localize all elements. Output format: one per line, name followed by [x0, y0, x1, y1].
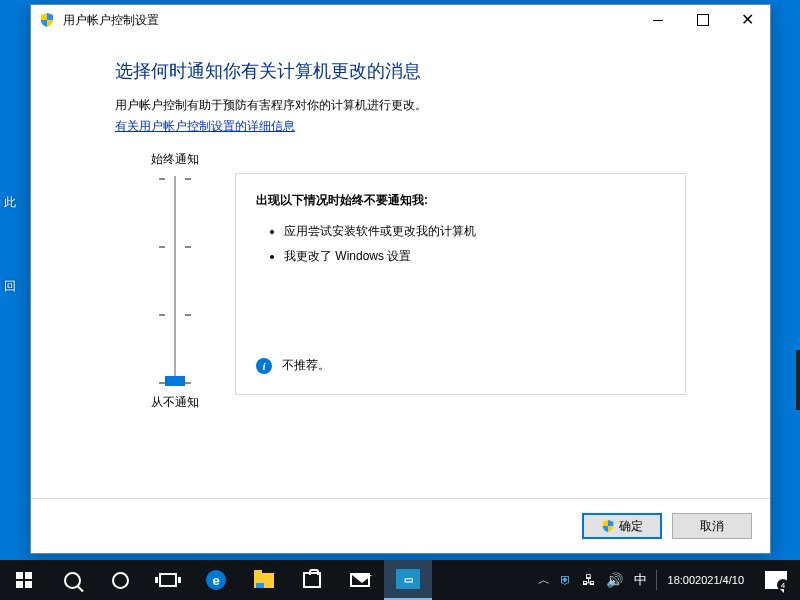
window-controls: ✕ [635, 5, 770, 35]
help-link[interactable]: 有关用户帐户控制设置的详细信息 [115, 118, 295, 135]
recommendation-row: i 不推荐。 [256, 357, 330, 374]
right-edge-handle [796, 350, 800, 410]
mail-icon [350, 573, 370, 587]
slider-row: 始终通知 从不通知 出现以下情况时始终不要通知我: 应用尝试安装 [115, 151, 686, 411]
clock-time: 18:00 [668, 573, 696, 587]
search-button[interactable] [48, 560, 96, 600]
page-description: 用户帐户控制有助于预防有害程序对你的计算机进行更改。 [115, 97, 686, 114]
minimize-button[interactable] [635, 5, 680, 35]
close-button[interactable]: ✕ [725, 5, 770, 35]
windows-icon [16, 572, 32, 588]
slider-label-top: 始终通知 [151, 151, 199, 168]
panel-bullet: 应用尝试安装软件或更改我的计算机 [284, 223, 665, 240]
taskview-icon [159, 573, 177, 587]
security-icon: ▭ [396, 569, 420, 589]
shield-icon [601, 519, 615, 533]
taskview-button[interactable] [144, 560, 192, 600]
maximize-button[interactable] [680, 5, 725, 35]
cortana-icon [112, 572, 129, 589]
ok-button[interactable]: 确定 [582, 513, 662, 539]
slider-box: 始终通知 从不通知 [115, 151, 235, 411]
system-tray: ︿ ⛨ 🖧 🔊 中 18:00 2021/4/10 4 [533, 560, 800, 600]
notifications-icon: 4 [765, 571, 787, 589]
panel-heading: 出现以下情况时始终不要通知我: [256, 192, 665, 209]
desktop-icon-label: 此 [4, 194, 16, 211]
notification-slider[interactable] [155, 176, 195, 386]
titlebar[interactable]: 用户帐户控制设置 ✕ [31, 5, 770, 35]
folder-icon [254, 573, 274, 588]
store-button[interactable] [288, 560, 336, 600]
search-icon [64, 572, 81, 589]
tray-clock[interactable]: 18:00 2021/4/10 [660, 560, 752, 600]
cancel-button[interactable]: 取消 [672, 513, 752, 539]
panel-bullet-list: 应用尝试安装软件或更改我的计算机 我更改了 Windows 设置 [256, 223, 665, 265]
mail-button[interactable] [336, 560, 384, 600]
slider-label-bottom: 从不通知 [151, 394, 199, 411]
tray-volume-icon[interactable]: 🔊 [601, 560, 628, 600]
security-taskbar-button[interactable]: ▭ [384, 560, 432, 600]
store-icon [303, 572, 321, 588]
explorer-button[interactable] [240, 560, 288, 600]
window-content: 选择何时通知你有关计算机更改的消息 用户帐户控制有助于预防有害程序对你的计算机进… [31, 35, 770, 498]
taskbar: e ▭ ︿ ⛨ 🖧 🔊 中 18:00 2021/4/10 4 [0, 560, 800, 600]
panel-bullet: 我更改了 Windows 设置 [284, 248, 665, 265]
edge-button[interactable]: e [192, 560, 240, 600]
edge-icon: e [206, 570, 226, 590]
window-title: 用户帐户控制设置 [63, 12, 159, 29]
uac-settings-window: 用户帐户控制设置 ✕ 选择何时通知你有关计算机更改的消息 用户帐户控制有助于预防… [30, 4, 771, 554]
tray-ime-button[interactable]: 中 [628, 560, 653, 600]
recommendation-text: 不推荐。 [282, 357, 330, 374]
page-heading: 选择何时通知你有关计算机更改的消息 [115, 59, 686, 83]
cortana-button[interactable] [96, 560, 144, 600]
shield-icon [39, 12, 55, 28]
slider-thumb[interactable] [165, 376, 185, 386]
notifications-badge: 4 [777, 579, 789, 591]
tray-network-icon[interactable]: 🖧 [577, 560, 601, 600]
info-icon: i [256, 358, 272, 374]
tray-overflow-button[interactable]: ︿ [533, 560, 555, 600]
desktop-icon-label: 回 [4, 278, 16, 295]
clock-date: 2021/4/10 [695, 573, 744, 587]
info-panel: 出现以下情况时始终不要通知我: 应用尝试安装软件或更改我的计算机 我更改了 Wi… [235, 173, 686, 395]
start-button[interactable] [0, 560, 48, 600]
tray-security-icon[interactable]: ⛨ [555, 560, 577, 600]
tray-notifications-button[interactable]: 4 [752, 560, 800, 600]
window-footer: 确定 取消 [31, 498, 770, 553]
